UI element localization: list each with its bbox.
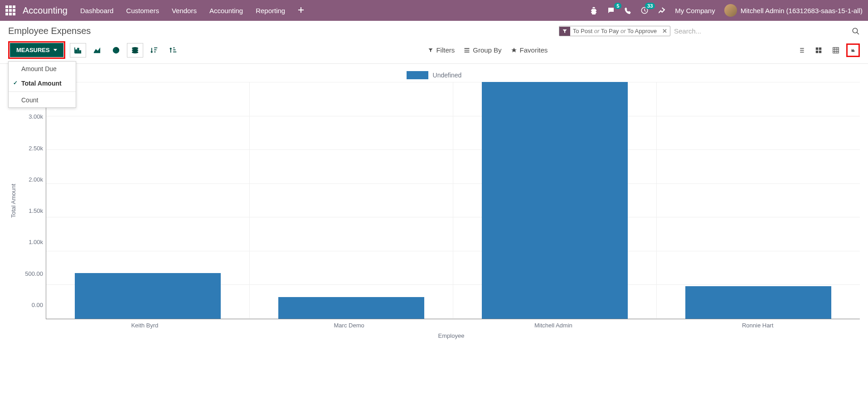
debug-icon[interactable] <box>590 6 598 14</box>
filter-part-2: To Pay <box>601 28 619 34</box>
menu-dashboard[interactable]: Dashboard <box>80 7 113 14</box>
page-title: Employee Expenses <box>8 26 91 36</box>
list-view-button[interactable] <box>795 43 808 57</box>
bar[interactable] <box>278 297 425 319</box>
svg-rect-3 <box>78 48 79 53</box>
view-switcher <box>795 43 860 57</box>
legend-label: Undefined <box>433 72 462 79</box>
bar-chart-button[interactable] <box>70 43 86 58</box>
measure-amount-due[interactable]: Amount Due <box>9 62 76 76</box>
control-panel-top: Employee Expenses To Post or To Pay or T… <box>0 21 868 39</box>
menu-customers[interactable]: Customers <box>126 7 159 14</box>
y-tick: 2.00k <box>19 176 43 183</box>
search-input[interactable] <box>670 25 852 37</box>
bar-group <box>453 82 657 319</box>
avatar <box>724 4 737 17</box>
activities-badge: 33 <box>645 3 655 9</box>
user-menu[interactable]: Mitchell Admin (16312683-saas-15-1-all) <box>724 4 863 17</box>
chart-bars <box>46 82 860 319</box>
x-label: Marc Demo <box>247 319 451 329</box>
search-options: Filters Group By Favorites <box>428 46 548 54</box>
favorites-label: Favorites <box>520 46 548 54</box>
svg-rect-15 <box>854 50 854 51</box>
chart-plot <box>46 82 860 319</box>
x-axis-labels: Keith ByrdMarc DemoMitchell AdminRonnie … <box>43 319 860 329</box>
menu-add-icon[interactable] <box>298 7 304 14</box>
bar-group <box>46 82 250 319</box>
groupby-label: Group By <box>473 46 501 54</box>
menu-accounting[interactable]: Accounting <box>209 7 243 14</box>
phone-icon[interactable] <box>624 7 631 14</box>
graph-view-button[interactable] <box>846 43 860 57</box>
filter-or-2: or <box>621 28 626 34</box>
highlight-measures: MEASURES <box>8 41 65 59</box>
svg-point-1 <box>853 28 858 33</box>
measures-dropdown: Amount Due Total Amount Count <box>8 61 76 108</box>
y-tick: 500.00 <box>19 270 43 277</box>
svg-rect-8 <box>816 47 818 49</box>
filter-remove-icon[interactable]: ✕ <box>659 28 670 34</box>
sort-asc-button[interactable] <box>165 43 181 58</box>
svg-rect-2 <box>75 50 77 53</box>
company-switcher[interactable]: My Company <box>675 7 715 14</box>
svg-rect-9 <box>819 47 821 49</box>
measure-total-amount[interactable]: Total Amount <box>9 76 76 91</box>
bar[interactable] <box>685 286 832 319</box>
bar-group <box>657 82 860 319</box>
y-axis: 3.50k3.00k2.50k2.00k1.50k1.00k500.000.00 <box>19 82 46 319</box>
menu-vendors[interactable]: Vendors <box>172 7 197 14</box>
menu-reporting[interactable]: Reporting <box>256 7 285 14</box>
y-tick: 1.00k <box>19 239 43 245</box>
settings-icon[interactable] <box>658 6 666 14</box>
groupby-dropdown[interactable]: Group By <box>464 46 501 54</box>
x-label: Keith Byrd <box>43 319 247 329</box>
filter-tag-text: To Post or To Pay or To Approve <box>570 26 659 36</box>
filter-or-1: or <box>594 28 600 34</box>
pivot-view-button[interactable] <box>829 43 843 57</box>
x-axis-title: Employee <box>8 329 860 344</box>
measures-button[interactable]: MEASURES <box>10 43 63 57</box>
chart-legend: Undefined <box>8 68 860 82</box>
line-chart-button[interactable] <box>89 43 105 58</box>
user-name: Mitchell Admin (16312683-saas-15-1-all) <box>741 7 863 14</box>
x-label: Ronnie Hart <box>655 319 860 329</box>
svg-rect-11 <box>819 50 821 53</box>
filter-part-3: To Approve <box>627 28 657 34</box>
favorites-dropdown[interactable]: Favorites <box>511 46 548 54</box>
caret-down-icon <box>53 49 57 51</box>
chart-container: Total Amount 3.50k3.00k2.50k2.00k1.50k1.… <box>8 82 860 319</box>
app-title[interactable]: Accounting <box>23 5 68 16</box>
svg-rect-12 <box>833 47 839 53</box>
filters-label: Filters <box>436 46 455 54</box>
pie-chart-button[interactable] <box>108 43 124 58</box>
svg-rect-4 <box>79 50 81 53</box>
main-menu: Dashboard Customers Vendors Accounting R… <box>80 7 304 14</box>
filter-part-1: To Post <box>573 28 592 34</box>
filter-icon <box>559 27 570 36</box>
y-tick: 0.00 <box>19 302 43 308</box>
sort-desc-button[interactable] <box>146 43 162 58</box>
bar-group <box>250 82 453 319</box>
bar[interactable] <box>482 82 628 319</box>
y-axis-title: Total Amount <box>8 82 19 319</box>
x-label: Mitchell Admin <box>451 319 656 329</box>
y-tick: 3.00k <box>19 113 43 120</box>
messages-badge: 5 <box>614 3 621 9</box>
legend-swatch <box>407 71 428 79</box>
apps-menu-icon[interactable] <box>5 5 15 15</box>
bar[interactable] <box>75 273 221 319</box>
search-icon[interactable] <box>852 27 860 35</box>
svg-rect-10 <box>816 50 818 53</box>
filters-dropdown[interactable]: Filters <box>428 46 455 54</box>
y-tick: 2.50k <box>19 145 43 152</box>
dropdown-divider <box>9 91 76 92</box>
top-nav: Accounting Dashboard Customers Vendors A… <box>0 0 868 21</box>
search-area: To Post or To Pay or To Approve ✕ <box>559 25 860 37</box>
activities-icon[interactable]: 33 <box>640 6 649 14</box>
search-filter-tag[interactable]: To Post or To Pay or To Approve ✕ <box>559 26 670 36</box>
messages-icon[interactable]: 5 <box>607 6 615 14</box>
chart-area: Undefined Total Amount 3.50k3.00k2.50k2.… <box>0 64 868 344</box>
stacked-button[interactable] <box>127 43 143 58</box>
kanban-view-button[interactable] <box>812 43 825 57</box>
measure-count[interactable]: Count <box>9 93 76 107</box>
